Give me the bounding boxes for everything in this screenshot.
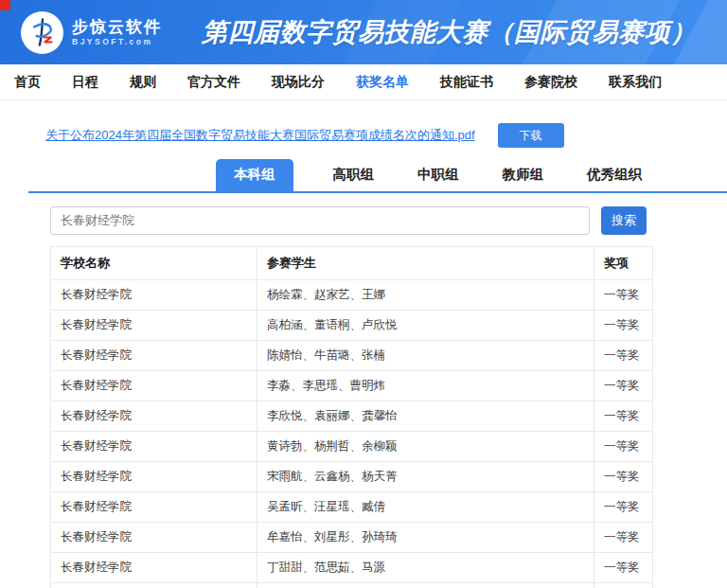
tab-teacher-group[interactable]: 教师组	[499, 159, 548, 191]
cell-award: 一等奖	[594, 341, 653, 371]
nav-item-participating-schools[interactable]: 参赛院校	[524, 74, 577, 91]
cell-school-name: 长春财经学院	[51, 462, 257, 492]
cell-school-name: 长春财经学院	[51, 432, 257, 462]
site-logo[interactable]: 步惊云软件 BJYSOFT.com	[21, 11, 162, 54]
column-header-students: 参赛学生	[257, 247, 594, 280]
tab-secondary-vocational-group[interactable]: 中职组	[414, 159, 463, 191]
search-input[interactable]	[50, 206, 590, 235]
cell-students: 李淼、李思瑶、曹明炜	[257, 371, 594, 401]
cell-award: 一等奖	[594, 311, 653, 341]
logo-text: 步惊云软件 BJYSOFT.com	[72, 18, 162, 46]
download-button[interactable]: 下载	[498, 123, 564, 148]
table-row: 长春财经学院 李欣悦、袁丽娜、龚馨怡 一等奖	[51, 401, 653, 432]
cell-award: 一等奖	[594, 492, 653, 523]
table-row: 长春财经学院 高柏涵、董语桐、卢欣悦 一等奖	[51, 311, 653, 341]
column-header-award: 奖项	[594, 247, 653, 280]
table-row: 长春财经学院 杨绘霖、赵家艺、王娜 一等奖	[51, 280, 653, 311]
cell-award: 一等奖	[594, 553, 653, 583]
cell-award: 一等奖	[594, 401, 653, 432]
table-row: 长春财经学院 尤恒、付佳蕊、陈洋 二等奖	[51, 583, 653, 588]
cell-students: 杨绘霖、赵家艺、王娜	[257, 280, 594, 311]
nav-item-rules[interactable]: 规则	[130, 74, 156, 91]
award-table: 学校名称 参赛学生 奖项 长春财经学院 杨绘霖、赵家艺、王娜 一等奖 长春财经学…	[50, 246, 653, 588]
cell-school-name: 长春财经学院	[51, 371, 257, 401]
main-nav: 首页 日程 规则 官方文件 现场比分 获奖名单 技能证书 参赛院校 联系我们	[0, 64, 727, 100]
table-row: 长春财经学院 宋雨航、云鑫杨、杨天菁 一等奖	[51, 462, 653, 492]
cell-students: 陈婧怡、牛苗璐、张楠	[257, 341, 594, 371]
table-body: 长春财经学院 杨绘霖、赵家艺、王娜 一等奖 长春财经学院 高柏涵、董语桐、卢欣悦…	[51, 280, 653, 588]
nav-item-contact-us[interactable]: 联系我们	[609, 74, 662, 91]
cell-school-name: 长春财经学院	[51, 280, 257, 311]
page-title: 第四届数字贸易技能大赛（国际贸易赛项）	[202, 15, 697, 49]
app-header: 步惊云软件 BJYSOFT.com 第四届数字贸易技能大赛（国际贸易赛项）	[0, 0, 727, 64]
cell-award: 一等奖	[594, 432, 653, 462]
group-tabs: 本科组 高职组 中职组 教师组 优秀组织	[28, 159, 727, 193]
table-header-row: 学校名称 参赛学生 奖项	[51, 247, 653, 280]
notice-row: 关于公布2024年第四届全国数字贸易技能大赛国际贸易赛项成绩名次的通知.pdf …	[45, 123, 680, 148]
cell-school-name: 长春财经学院	[51, 492, 257, 523]
search-button[interactable]: 搜索	[601, 206, 647, 235]
search-row: 搜索	[50, 206, 677, 235]
cell-award: 一等奖	[594, 462, 653, 492]
table-row: 长春财经学院 黄诗勃、杨荆哲、余柳颖 一等奖	[51, 432, 653, 462]
cell-students: 宋雨航、云鑫杨、杨天菁	[257, 462, 594, 492]
logo-name-cn: 步惊云软件	[72, 18, 162, 37]
nav-item-official-docs[interactable]: 官方文件	[187, 74, 240, 91]
nav-item-skill-certificates[interactable]: 技能证书	[440, 74, 493, 91]
table-row: 长春财经学院 陈婧怡、牛苗璐、张楠 一等奖	[51, 341, 653, 371]
cell-students: 高柏涵、董语桐、卢欣悦	[257, 311, 594, 341]
logo-name-en: BJYSOFT.com	[72, 37, 162, 46]
column-header-school: 学校名称	[51, 247, 257, 280]
nav-item-schedule[interactable]: 日程	[72, 74, 98, 91]
table-row: 长春财经学院 牟嘉怡、刘星彤、孙琦琦 一等奖	[51, 523, 653, 553]
cell-school-name: 长春财经学院	[51, 401, 257, 432]
tab-undergraduate-group[interactable]: 本科组	[216, 159, 293, 191]
tab-vocational-college-group[interactable]: 高职组	[329, 159, 379, 191]
nav-item-award-list[interactable]: 获奖名单	[356, 74, 409, 91]
table-row: 长春财经学院 吴孟昕、汪星瑶、臧倩 一等奖	[51, 492, 653, 523]
cell-students: 牟嘉怡、刘星彤、孙琦琦	[257, 523, 594, 553]
tab-excellent-organization[interactable]: 优秀组织	[583, 159, 646, 191]
cell-students: 吴孟昕、汪星瑶、臧倩	[257, 492, 594, 523]
table-row: 长春财经学院 李淼、李思瑶、曹明炜 一等奖	[51, 371, 653, 401]
nav-item-home[interactable]: 首页	[14, 74, 41, 91]
cell-students: 李欣悦、袁丽娜、龚馨怡	[257, 401, 594, 432]
cell-award: 一等奖	[594, 371, 653, 401]
cell-school-name: 长春财经学院	[51, 523, 257, 553]
screen-corner-marker	[0, 0, 10, 10]
table-row: 长春财经学院 丁甜甜、范思茹、马源 一等奖	[51, 553, 653, 583]
cell-award: 一等奖	[594, 523, 653, 553]
cell-award: 二等奖	[594, 583, 653, 588]
cell-school-name: 长春财经学院	[51, 311, 257, 341]
cell-students: 黄诗勃、杨荆哲、余柳颖	[257, 432, 594, 462]
nav-item-live-scores[interactable]: 现场比分	[272, 74, 325, 91]
cell-school-name: 长春财经学院	[51, 553, 257, 583]
notice-pdf-link[interactable]: 关于公布2024年第四届全国数字贸易技能大赛国际贸易赛项成绩名次的通知.pdf	[45, 127, 475, 144]
cell-school-name: 长春财经学院	[51, 583, 257, 588]
cell-students: 尤恒、付佳蕊、陈洋	[257, 583, 594, 588]
logo-icon	[21, 11, 63, 54]
cell-school-name: 长春财经学院	[51, 341, 257, 371]
cell-award: 一等奖	[594, 280, 653, 311]
cell-students: 丁甜甜、范思茹、马源	[257, 553, 594, 583]
